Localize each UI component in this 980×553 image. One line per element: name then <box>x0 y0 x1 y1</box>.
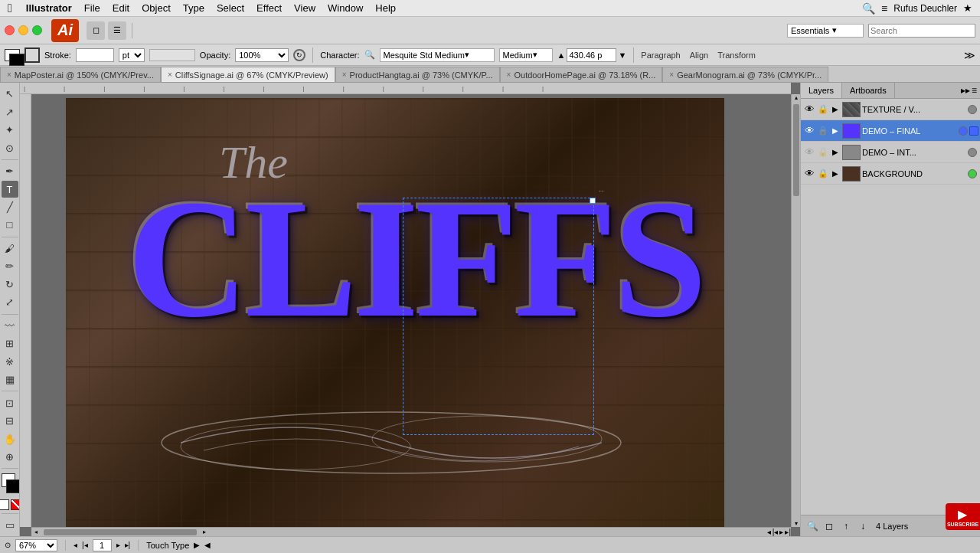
graph-tool-btn[interactable]: ▦ <box>2 371 18 388</box>
font-size-input[interactable] <box>567 48 616 62</box>
type-tool-btn active[interactable]: T <box>2 181 18 197</box>
opacity-select[interactable]: 100%75%50% <box>235 48 289 62</box>
layer-visibility-1[interactable]: 👁 <box>802 125 816 136</box>
layer-row-3[interactable]: 👁 🔒 ▶ BACKGROUND <box>801 163 980 185</box>
menu-edit[interactable]: Edit <box>106 2 136 14</box>
opacity-circle-btn[interactable]: ↻ <box>293 49 305 61</box>
page-first-btn[interactable]: |◂ <box>773 528 779 536</box>
hscroll-left-btn[interactable]: ◂ <box>31 528 41 537</box>
layer-expand-0[interactable]: ▶ <box>830 105 841 113</box>
layer-expand-3[interactable]: ▶ <box>830 169 841 178</box>
more-options-btn[interactable]: ≫ <box>964 49 975 61</box>
zoom-tool-btn[interactable]: ⊕ <box>2 449 18 465</box>
pencil-tool-btn[interactable]: ✏ <box>2 258 18 274</box>
canvas-area[interactable]: | | | | | | | | | | | | | | The <box>20 83 800 536</box>
subscribe-widget[interactable]: ▶ SUBSCRIBE <box>946 503 980 530</box>
layers-move-down-btn[interactable]: ↓ <box>856 519 870 533</box>
stroke-input[interactable] <box>76 48 114 62</box>
free-transform-tool-btn[interactable]: ⊞ <box>2 335 18 352</box>
vscroll-down-btn[interactable]: ▾ <box>795 520 798 527</box>
change-screen-mode-btn[interactable]: ▭ <box>2 517 18 533</box>
layer-visibility-3[interactable]: 👁 <box>802 168 816 179</box>
selection-tool-btn[interactable]: ↖ <box>2 86 18 102</box>
menu-view[interactable]: View <box>288 2 322 14</box>
menu-type[interactable]: Type <box>177 2 211 14</box>
layers-new-layer-btn[interactable]: ◻ <box>822 519 836 533</box>
tab-close-0[interactable]: × <box>7 70 11 79</box>
page-next-btn[interactable]: ▸ <box>779 528 783 536</box>
page-number-input[interactable] <box>93 539 112 551</box>
paragraph-btn[interactable]: Paragraph <box>641 51 680 60</box>
tab-close-2[interactable]: × <box>342 70 347 79</box>
notification-icon[interactable]: ≡ <box>881 2 887 15</box>
layer-expand-2[interactable]: ▶ <box>830 148 841 156</box>
layer-row-2[interactable]: 👁 🔒 ▶ DEMO – INT... <box>801 142 980 163</box>
color-swatch-fg[interactable] <box>5 49 20 61</box>
menu-effect[interactable]: Effect <box>250 2 288 14</box>
none-indicator-btn[interactable] <box>11 499 21 510</box>
paintbrush-tool-btn[interactable]: 🖌 <box>2 241 18 257</box>
page-nav-next[interactable]: ▸ <box>116 541 120 549</box>
transform-handle[interactable]: ↔ <box>597 186 606 195</box>
layer-visibility-0[interactable]: 👁 <box>802 103 816 115</box>
tab-close-3[interactable]: × <box>507 70 511 79</box>
background-color-swatch[interactable] <box>6 479 20 493</box>
drag-handle[interactable] <box>590 198 596 204</box>
warp-tool-btn[interactable]: 〰 <box>2 318 18 334</box>
direct-selection-tool-btn[interactable]: ↗ <box>2 103 18 119</box>
hscroll-thumb[interactable] <box>44 529 197 535</box>
symbol-tool-btn[interactable]: ※ <box>2 353 18 369</box>
artboard-tool-btn[interactable]: ⊡ <box>2 394 18 411</box>
page-nav-last[interactable]: ▸| <box>125 541 131 549</box>
color-indicator-btn[interactable] <box>0 499 9 510</box>
scale-tool-btn[interactable]: ⤢ <box>2 294 18 310</box>
align-btn[interactable]: Align <box>690 51 708 60</box>
tab-4[interactable]: × GearMonogram.ai @ 73% (CMYK/Pr... <box>662 67 828 82</box>
vscroll-thumb[interactable] <box>793 104 799 196</box>
page-prev-btn[interactable]: ◂ <box>767 528 771 536</box>
tool-play-btn[interactable]: ▶ <box>194 541 200 549</box>
layer-lock-2[interactable]: 🔒 <box>816 147 830 157</box>
maximize-window-btn[interactable] <box>32 25 42 35</box>
menu-file[interactable]: File <box>78 2 106 14</box>
menu-window[interactable]: Window <box>322 2 369 14</box>
pen-tool-btn[interactable]: ✒ <box>2 163 18 179</box>
menu-object[interactable]: Object <box>136 2 177 14</box>
layers-panel-expand-btn[interactable]: ▸▸ <box>961 85 970 96</box>
layers-search-btn[interactable]: 🔍 <box>805 519 819 533</box>
tab-close-4[interactable]: × <box>669 70 674 79</box>
view-options-btn[interactable]: ☰ <box>108 21 126 40</box>
page-nav-first[interactable]: |◂ <box>82 541 88 549</box>
stroke-unit-select[interactable]: ptpx <box>119 48 145 62</box>
document-settings-btn[interactable]: ◻ <box>87 21 105 40</box>
hand-tool-btn[interactable]: ✋ <box>2 430 18 447</box>
magic-wand-tool-btn[interactable]: ✦ <box>2 122 18 138</box>
zoom-select[interactable]: 67%100%150% <box>15 539 57 551</box>
font-size-up-btn[interactable]: ▲ <box>557 51 566 60</box>
page-last-btn[interactable]: ▸| <box>785 528 791 536</box>
transform-btn[interactable]: Transform <box>717 51 756 60</box>
artwork-canvas[interactable]: The CLIFFS ↔ <box>66 98 724 535</box>
layer-row-0[interactable]: 👁 🔒 ▶ TEXTURE / V... <box>801 99 980 120</box>
tab-0[interactable]: × MapPoster.ai @ 150% (CMYK/Prev... <box>0 67 161 82</box>
lasso-tool-btn[interactable]: ⊙ <box>2 139 18 155</box>
slice-tool-btn[interactable]: ⊟ <box>2 413 18 429</box>
font-name-dropdown[interactable]: Mesquite Std Medium ▾ <box>380 48 495 62</box>
menu-select[interactable]: Select <box>211 2 250 14</box>
layer-lock-0[interactable]: 🔒 <box>816 104 830 114</box>
font-weight-dropdown[interactable]: Medium ▾ <box>499 48 553 62</box>
vscroll-up-btn[interactable]: ▴ <box>795 94 798 101</box>
line-tool-btn[interactable]: ╱ <box>2 199 18 215</box>
menu-help[interactable]: Help <box>369 2 402 14</box>
search-input[interactable] <box>868 24 975 38</box>
close-window-btn[interactable] <box>5 25 15 35</box>
tab-1[interactable]: × CliffsSignage.ai @ 67% (CMYK/Preview) <box>161 67 335 82</box>
font-size-down-btn[interactable]: ▼ <box>618 51 626 60</box>
tab-3[interactable]: × OutdoorHomePage.ai @ 73.18% (R... <box>500 67 663 82</box>
spotlight-icon[interactable]: 🔍 <box>862 2 875 15</box>
layers-tab-btn[interactable]: Layers <box>801 83 842 98</box>
layers-move-up-btn[interactable]: ↑ <box>839 519 853 533</box>
canvas-vscroll[interactable]: ▴ ▾ <box>791 94 800 527</box>
minimize-window-btn[interactable] <box>18 25 28 35</box>
canvas-hscroll[interactable]: ◂ ▸ ◂ |◂ ▸ ▸| <box>31 527 791 536</box>
